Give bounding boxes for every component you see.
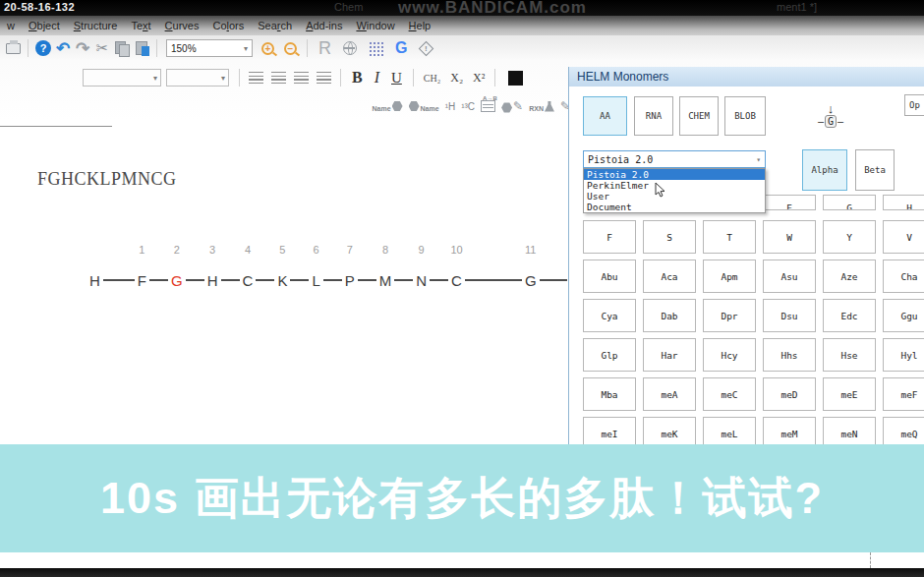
chain-residue-h[interactable]: 3H: [204, 242, 221, 301]
menu-item-w[interactable]: w: [0, 20, 22, 31]
monomer-button-mef[interactable]: meF: [883, 377, 924, 411]
monomer-button-har[interactable]: Har: [643, 338, 696, 372]
monomer-button-hyl[interactable]: Hyl: [883, 338, 924, 372]
font-size-select[interactable]: ▾: [166, 69, 229, 87]
dropdown-option-pistoia20[interactable]: Pistoia 2.0: [584, 169, 765, 180]
monomer-library-select[interactable]: Pistoia 2.0 ▾: [583, 150, 766, 168]
monomer-button-abu[interactable]: Abu: [583, 260, 636, 293]
monomer-button-h[interactable]: H: [883, 195, 924, 210]
redo-button[interactable]: ↷: [73, 37, 92, 59]
dropdown-option-user[interactable]: User: [584, 191, 765, 202]
monomer-button-mec[interactable]: meC: [703, 377, 756, 411]
chain-residue-n[interactable]: 9N: [413, 242, 430, 301]
monomer-button-mba[interactable]: Mba: [583, 377, 636, 411]
chain-residue-f[interactable]: 1F: [135, 242, 149, 301]
color-swatch[interactable]: [508, 71, 523, 86]
chain-residue-c[interactable]: 4C: [240, 242, 257, 301]
menu-item-search[interactable]: Search: [251, 20, 299, 31]
options-button[interactable]: Op: [904, 94, 924, 116]
monomer-button-apm[interactable]: Apm: [703, 260, 756, 293]
font-family-select[interactable]: ▾: [83, 69, 161, 87]
monomer-button-f[interactable]: F: [583, 220, 636, 254]
monomer-button-hse[interactable]: Hse: [823, 338, 876, 372]
chain-residue-m[interactable]: 8M: [376, 242, 395, 301]
menu-item-addins[interactable]: Add-ins: [299, 20, 349, 31]
menu-item-text[interactable]: Text: [124, 20, 157, 31]
google-search-button[interactable]: G: [395, 39, 407, 57]
h1-nmr-predict-button[interactable]: ¹H: [445, 101, 456, 112]
dropdown-option-perkinelmer[interactable]: PerkinElmer: [584, 180, 765, 191]
monomer-button-mei[interactable]: meI: [583, 417, 636, 444]
tab-chem[interactable]: CHEM: [679, 96, 719, 136]
monomer-button-hcy[interactable]: Hcy: [703, 338, 756, 372]
tab-aa[interactable]: AA: [583, 96, 627, 136]
zoom-level-select[interactable]: 150% ▾: [166, 39, 253, 57]
monomer-button-asu[interactable]: Asu: [763, 260, 816, 293]
monomer-button-glp[interactable]: Glp: [583, 338, 636, 372]
chain-residue-c[interactable]: 10C: [448, 242, 465, 301]
chain-residue-k[interactable]: 5K: [274, 242, 290, 301]
align-left-button[interactable]: [249, 72, 263, 84]
help-button[interactable]: ?: [33, 37, 53, 59]
monomer-button-aze[interactable]: Aze: [823, 260, 876, 293]
monomer-button-g[interactable]: G: [823, 195, 876, 210]
monomer-button-edc[interactable]: Edc: [823, 299, 876, 332]
monomer-button-dab[interactable]: Dab: [643, 299, 696, 332]
scifinder-globe-icon[interactable]: [343, 41, 357, 55]
print-button[interactable]: [3, 37, 23, 59]
reaction-cleanup-button[interactable]: RXN: [529, 101, 554, 112]
align-justify-button[interactable]: [317, 72, 331, 84]
chain-residue-p[interactable]: 7P: [342, 242, 358, 301]
monomer-button-cha[interactable]: Cha: [883, 260, 924, 293]
monomer-button-mem[interactable]: meM: [763, 417, 816, 444]
monomer-button-mek[interactable]: meK: [643, 417, 696, 444]
menu-item-window[interactable]: Window: [349, 20, 401, 31]
monomer-button-w[interactable]: W: [763, 220, 816, 254]
document-canvas[interactable]: FGHCKLPMNCG H1F2G3H4C5K6L7P8M9N10C11GOH: [0, 120, 568, 444]
monomer-button-v[interactable]: V: [883, 220, 924, 254]
menu-item-help[interactable]: Help: [402, 20, 438, 31]
chain-residue-g[interactable]: 2G: [168, 242, 186, 301]
dropdown-option-document[interactable]: Document: [584, 202, 765, 212]
monomer-button-y[interactable]: Y: [823, 220, 876, 254]
monomer-button-hhs[interactable]: Hhs: [763, 338, 816, 372]
cut-button[interactable]: ✂: [92, 37, 112, 59]
undo-button[interactable]: ↶: [53, 37, 73, 59]
italic-button[interactable]: I: [375, 69, 379, 87]
tab-rna[interactable]: RNA: [634, 96, 673, 136]
subscript-button[interactable]: X₂: [450, 71, 463, 86]
paste-button[interactable]: [132, 37, 151, 59]
monomer-button-mel[interactable]: meL: [703, 417, 756, 444]
bold-button[interactable]: B: [352, 69, 363, 87]
variant-button-alpha[interactable]: Alpha: [802, 149, 847, 191]
monomer-button-e[interactable]: E: [763, 195, 816, 210]
monomer-button-men[interactable]: meN: [823, 417, 876, 444]
monomer-button-med[interactable]: meD: [763, 377, 816, 411]
chain-residue-l[interactable]: 6L: [309, 242, 322, 301]
zoom-out-button[interactable]: −: [284, 42, 297, 55]
c13-nmr-predict-button[interactable]: ¹³C: [461, 101, 475, 112]
copy-button[interactable]: [112, 37, 132, 59]
zoom-in-button[interactable]: +: [261, 42, 274, 55]
chain-residue-h[interactable]: H: [87, 242, 103, 301]
monomer-button-s[interactable]: S: [643, 220, 696, 254]
monomer-button-aca[interactable]: Aca: [643, 260, 696, 293]
name-to-structure-button[interactable]: Name: [372, 101, 402, 112]
chemistry-warning-icon[interactable]: !: [419, 40, 434, 56]
structure-cleanup-button[interactable]: ✎: [501, 99, 523, 113]
align-right-button[interactable]: [294, 72, 309, 84]
monomer-button-ggu[interactable]: Ggu: [883, 299, 924, 332]
a-to-b-table-button[interactable]: A→B: [481, 100, 495, 112]
monomer-button-mea[interactable]: meA: [643, 377, 696, 411]
menu-item-object[interactable]: Object: [22, 20, 67, 31]
menu-item-colors[interactable]: Colors: [205, 20, 251, 31]
menu-item-curves[interactable]: Curves: [158, 20, 206, 31]
tab-blob[interactable]: BLOB: [724, 96, 766, 136]
monomer-button-cya[interactable]: Cya: [583, 299, 636, 332]
underline-button[interactable]: U: [391, 70, 402, 87]
align-center-button[interactable]: [271, 72, 286, 84]
monomer-button-t[interactable]: T: [703, 220, 756, 254]
structure-to-name-button[interactable]: Name: [409, 101, 439, 112]
monomer-button-mee[interactable]: meE: [823, 377, 876, 411]
superscript-button[interactable]: X²: [473, 71, 485, 86]
